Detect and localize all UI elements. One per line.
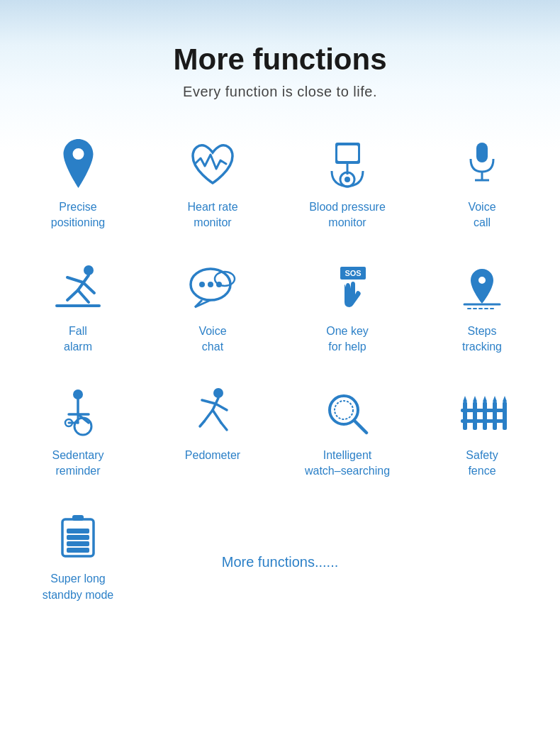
feature-heart-rate-monitor: Heart ratemonitor	[149, 128, 276, 238]
sedentary-reminder-icon	[50, 384, 106, 441]
voice-chat-label: Voicechat	[198, 324, 226, 355]
heart-rate-icon	[184, 136, 241, 192]
svg-line-34	[204, 410, 213, 421]
svg-line-37	[215, 404, 227, 410]
svg-rect-42	[473, 402, 477, 430]
svg-line-36	[202, 400, 215, 404]
safety-fence-icon	[454, 384, 510, 441]
more-functions-placeholder: More functions......	[149, 500, 411, 610]
svg-point-4	[345, 177, 350, 182]
heart-rate-label: Heart ratemonitor	[187, 199, 237, 231]
svg-line-32	[213, 410, 221, 423]
more-functions-label: More functions......	[215, 547, 346, 577]
svg-rect-55	[67, 548, 89, 553]
intelligent-watch-searching-icon	[319, 384, 376, 441]
svg-text:SOS: SOS	[345, 269, 361, 277]
svg-rect-5	[476, 143, 488, 162]
svg-point-40	[335, 401, 353, 419]
precise-positioning-icon	[50, 136, 106, 192]
svg-rect-56	[67, 541, 89, 546]
blood-pressure-icon	[319, 136, 376, 192]
safety-fence-label: Safetyfence	[466, 448, 498, 480]
svg-line-33	[221, 423, 227, 430]
svg-line-13	[83, 282, 94, 293]
svg-rect-45	[503, 402, 507, 430]
steps-tracking-icon	[454, 260, 510, 316]
pedometer-label: Pedometer	[185, 448, 240, 463]
svg-point-17	[208, 282, 213, 287]
sedentary-reminder-label: Sedentaryreminder	[52, 448, 104, 480]
svg-marker-47	[473, 396, 477, 402]
page-subtitle: Every function is close to life.	[174, 84, 387, 100]
svg-rect-58	[67, 529, 89, 533]
super-long-standby-mode-icon	[50, 507, 106, 564]
svg-rect-52	[461, 419, 505, 423]
svg-line-39	[354, 421, 366, 433]
svg-marker-49	[493, 396, 497, 402]
precise-positioning-label: Precisepositioning	[51, 199, 106, 231]
feature-intelligent-watch-searching: Intelligentwatch–searching	[284, 377, 411, 487]
feature-fall-alarm: Fallalarm	[14, 253, 142, 363]
fall-alarm-label: Fallalarm	[64, 324, 92, 355]
svg-point-8	[84, 265, 94, 275]
page-title: More functions	[174, 43, 387, 77]
fall-alarm-icon	[50, 260, 106, 316]
intelligent-watch-searching-label: Intelligentwatch–searching	[305, 448, 390, 480]
svg-point-16	[199, 282, 205, 287]
super-long-standby-mode-label: Super longstandby mode	[43, 571, 114, 603]
voice-chat-icon	[184, 260, 241, 316]
svg-rect-57	[67, 535, 89, 540]
one-key-for-help-icon: SOS	[319, 260, 376, 316]
svg-rect-44	[493, 402, 497, 430]
svg-rect-54	[72, 515, 84, 521]
svg-point-30	[213, 388, 223, 398]
feature-pedometer: Pedometer	[149, 377, 276, 487]
feature-blood-pressure-monitor: Blood pressuremonitor	[284, 128, 411, 238]
svg-rect-41	[463, 402, 467, 430]
svg-line-10	[67, 290, 78, 300]
svg-line-35	[200, 421, 204, 426]
feature-steps-tracking: Stepstracking	[418, 253, 546, 363]
blood-pressure-label: Blood pressuremonitor	[309, 199, 386, 231]
feature-precise-positioning: Precisepositioning	[14, 128, 142, 238]
features-grid: Precisepositioning Heart ratemonitor	[0, 128, 560, 610]
page-header: More functions Every function is close t…	[174, 43, 387, 100]
svg-line-12	[67, 277, 83, 282]
one-key-for-help-label: One keyfor help	[326, 324, 369, 355]
voice-call-label: Voicecall	[468, 199, 495, 231]
svg-point-24	[73, 389, 83, 399]
feature-voice-chat: Voicechat	[149, 253, 276, 363]
feature-one-key-for-help: SOS One keyfor help	[284, 253, 411, 363]
svg-rect-43	[483, 402, 487, 430]
steps-tracking-label: Stepstracking	[462, 324, 502, 355]
feature-safety-fence: Safetyfence	[418, 377, 546, 487]
feature-voice-call: Voicecall	[418, 128, 546, 238]
feature-sedentary-reminder: Sedentaryreminder	[14, 377, 142, 487]
pedometer-icon	[184, 384, 241, 441]
voice-call-icon	[454, 136, 510, 192]
svg-rect-51	[461, 409, 505, 412]
svg-marker-46	[463, 396, 467, 402]
feature-super-long-standby-mode: Super longstandby mode	[14, 500, 142, 610]
svg-marker-50	[503, 396, 507, 402]
svg-rect-1	[337, 145, 358, 161]
svg-marker-48	[483, 396, 487, 402]
svg-line-11	[78, 290, 89, 302]
